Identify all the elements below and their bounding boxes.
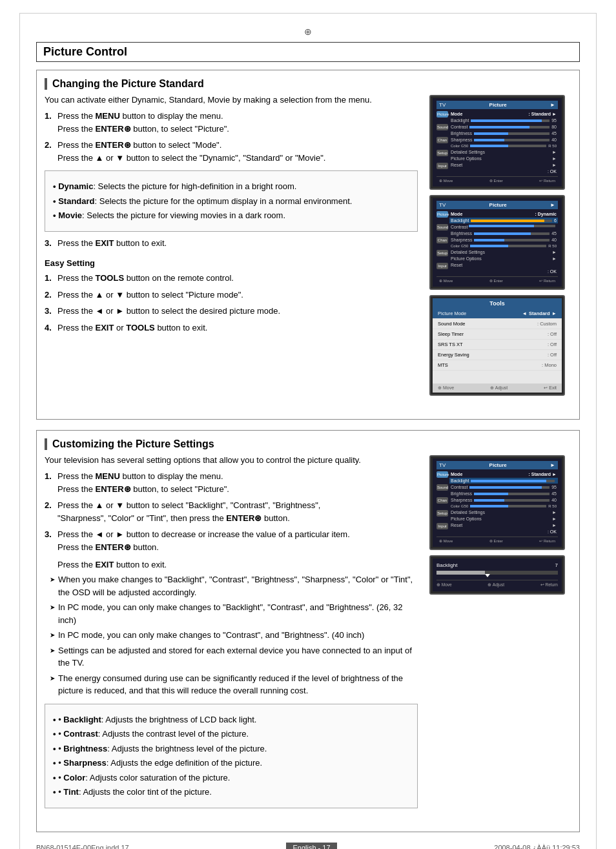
backlight-value: 7 xyxy=(555,562,558,568)
info-bullet-brightness: • Brightness: Adjusts the brightness lev… xyxy=(53,742,409,755)
tv-footer-2: ⊕ Move ⊛ Enter ↩ Return xyxy=(436,276,558,284)
tv-screen-1: TV Picture ► Picture Sound Chan Setup In… xyxy=(429,95,565,190)
steps-list-1: 1. Press the MENU button to display the … xyxy=(45,110,418,164)
notice-5: The energy consumed during use can be si… xyxy=(50,672,418,697)
tv-screen-2-inner: TV Picture ► Picture Sound Chan Setup In… xyxy=(433,198,562,287)
section-changing-picture: Changing the Picture Standard You can ac… xyxy=(36,70,580,420)
tv-screen-3: TV Picture ► Picture Sound Chan Setup In… xyxy=(429,455,565,550)
tools-row-sleep-timer: Sleep Timer : Off xyxy=(433,329,562,340)
date-info: 2008-04-08 ¿ÀÀü 11:29:53 xyxy=(494,844,580,850)
tools-row-mts: MTS : Mono xyxy=(433,360,562,371)
step-1: 1. Press the MENU button to display the … xyxy=(45,110,418,135)
backlight-footer: ⊕ Move ⊕ Adjust ↩ Return xyxy=(436,580,558,588)
section2-intro: Your television has several setting opti… xyxy=(45,455,418,465)
tools-row-energy: Energy Saving : Off xyxy=(433,350,562,360)
tv-header-2: TV Picture ► xyxy=(436,201,558,209)
s2-step-1: 1. Press the MENU button to display the … xyxy=(45,470,418,495)
tv-screen-2: TV Picture ► Picture Sound Chan Setup In… xyxy=(429,195,565,290)
tv-header-3: TV Picture ► xyxy=(436,461,558,469)
backlight-screen: Backlight 7 ⊕ Move ⊕ Adjust ↩ xyxy=(429,555,565,595)
step-2: 2. Press the ENTER⊛ button to select "Mo… xyxy=(45,139,418,164)
page-wrapper: ⊕ Picture Control Changing the Picture S… xyxy=(19,13,597,849)
info-bullet-sharpness: • Sharpness: Adjusts the edge definition… xyxy=(53,757,409,770)
backlight-arrow-indicator xyxy=(485,574,490,577)
easy-step-4: 4. Press the EXIT or TOOLS button to exi… xyxy=(45,322,418,334)
backlight-inner: Backlight 7 ⊕ Move ⊕ Adjust ↩ xyxy=(433,558,562,591)
backlight-bar-wrapper xyxy=(436,571,558,575)
bullet-movie: Movie: Selects the picture for viewing m… xyxy=(53,209,409,222)
backlight-label: Backlight xyxy=(436,562,457,568)
step3-sub: Press the EXIT button to exit. xyxy=(57,560,418,569)
info-bullet-color: • Color: Adjusts color saturation of the… xyxy=(53,772,409,784)
backlight-label-row: Backlight 7 xyxy=(436,562,558,568)
bullet-dynamic: Dynamic: Selects the picture for high-de… xyxy=(53,180,409,193)
section-customizing: Customizing the Picture Settings Your te… xyxy=(36,430,580,832)
tools-footer: ⊕ Move ⊕ Adjust ↩ Exit xyxy=(433,384,562,393)
subsection-title-1: Changing the Picture Standard xyxy=(45,78,571,90)
tools-screen-inner: Tools Picture Mode ◄ Standard ► Sound Mo… xyxy=(433,298,562,393)
notice-3: In PC mode, you can only make changes to… xyxy=(50,629,418,642)
easy-step-2: 2. Press the ▲ or ▼ button to select "Pi… xyxy=(45,289,418,302)
compass-icon: ⊕ xyxy=(304,26,312,37)
tools-row-sound-mode: Sound Mode : Custom xyxy=(433,319,562,329)
section1-intro: You can activate either Dynamic, Standar… xyxy=(45,95,418,105)
bullets-box-1: Dynamic: Selects the picture for high-de… xyxy=(45,170,418,232)
section2-right: TV Picture ► Picture Sound Chan Setup In… xyxy=(429,455,571,813)
page-footer: BN68-01514E-00Eng.indd 17 English - 17 2… xyxy=(36,843,580,850)
easy-setting-title: Easy Setting xyxy=(45,258,418,268)
tv-menu-3: Mode: Standard ► Backlight Contrast95 Br… xyxy=(449,471,558,535)
notice-2: In PC mode, you can only make changes to… xyxy=(50,601,418,626)
tools-screen: Tools Picture Mode ◄ Standard ► Sound Mo… xyxy=(429,295,565,396)
s2-step-2: 2. Press the ▲ or ▼ button to select "Ba… xyxy=(45,499,418,524)
tv-screen-1-inner: TV Picture ► Picture Sound Chan Setup In… xyxy=(433,98,562,187)
info-bullet-tint: • Tint: Adjusts the color tint of the pi… xyxy=(53,786,409,799)
bullet-standard: Standard: Selects the picture for the op… xyxy=(53,195,409,208)
tv-sidebar-3: Picture Sound Chan Setup Input xyxy=(436,471,448,535)
info-bullet-contrast: • Contrast: Adjusts the contrast level o… xyxy=(53,728,409,741)
tools-row-picture-mode: Picture Mode ◄ Standard ► xyxy=(433,309,562,319)
step-3: 3. Press the EXIT button to exit. xyxy=(45,237,418,250)
info-bullets-list: • Backlight: Adjusts the brightness of L… xyxy=(53,713,409,799)
easy-setting-steps: 1. Press the TOOLS button on the remote … xyxy=(45,272,418,334)
tv-sidebar-1: Picture Sound Chan Setup Input xyxy=(436,111,448,174)
tools-row-srs: SRS TS XT : Off xyxy=(433,340,562,350)
tv-footer-3: ⊕ Move ⊛ Enter ↩ Return xyxy=(436,537,558,544)
notice-4: Settings can be adjusted and stored for … xyxy=(50,644,418,670)
file-info: BN68-01514E-00Eng.indd 17 xyxy=(36,844,129,850)
section2-steps: 1. Press the MENU button to display the … xyxy=(45,470,418,553)
easy-step-1: 1. Press the TOOLS button on the remote … xyxy=(45,272,418,285)
step3-list: 3. Press the EXIT button to exit. xyxy=(45,237,418,250)
notices-area: When you make changes to "Backlight", "C… xyxy=(50,573,418,697)
tv-footer-1: ⊕ Move ⊛ Enter ↩ Return xyxy=(436,176,558,184)
backlight-bar xyxy=(436,571,558,575)
easy-setting-section: Easy Setting 1. Press the TOOLS button o… xyxy=(45,258,418,334)
tv-menu-1: Mode: Standard ► Backlight95 Contrast80 … xyxy=(449,111,558,174)
tv-header-1: TV Picture ► xyxy=(436,101,558,109)
info-bullet-backlight: • Backlight: Adjusts the brightness of L… xyxy=(53,713,409,726)
easy-step-3: 3. Press the ◄ or ► button to select the… xyxy=(45,305,418,318)
main-section-title: Picture Control xyxy=(36,42,580,62)
s2-step-3: 3. Press the ◄ or ► button to decrease o… xyxy=(45,528,418,553)
section2-left: Your television has several setting opti… xyxy=(45,455,418,813)
subsection-title-2: Customizing the Picture Settings xyxy=(45,438,571,450)
notice-1: When you make changes to "Backlight", "C… xyxy=(50,573,418,598)
backlight-bar-fill xyxy=(436,571,485,575)
info-bullets-box: • Backlight: Adjusts the brightness of L… xyxy=(45,704,418,808)
tools-header: Tools xyxy=(433,298,562,309)
section1-right: TV Picture ► Picture Sound Chan Setup In… xyxy=(429,95,571,401)
bullet-list-1: Dynamic: Selects the picture for high-de… xyxy=(53,180,409,222)
section1-left: You can activate either Dynamic, Standar… xyxy=(45,95,418,401)
section2-content: Your television has several setting opti… xyxy=(45,455,571,813)
tv-menu-2: Mode: Dynamic Backlight6 Contrast Bright… xyxy=(449,211,558,274)
tv-screen-3-inner: TV Picture ► Picture Sound Chan Setup In… xyxy=(433,458,562,547)
page-number: English - 17 xyxy=(286,843,336,850)
section1-content: You can activate either Dynamic, Standar… xyxy=(45,95,571,401)
tv-sidebar-2: Picture Sound Chan Setup Input xyxy=(436,211,448,274)
